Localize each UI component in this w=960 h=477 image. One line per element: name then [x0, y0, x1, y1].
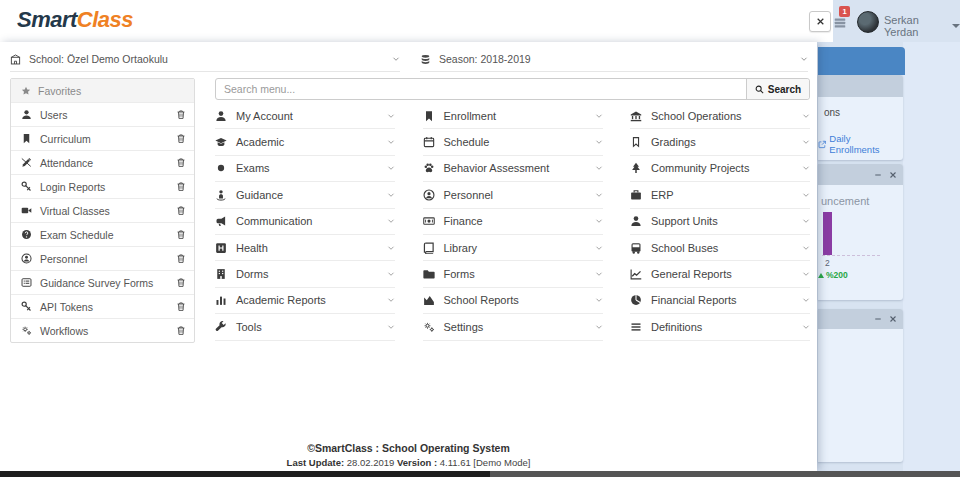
chevron-down-icon: [595, 112, 603, 120]
menu-search: Search: [215, 78, 810, 100]
trash-icon[interactable]: [176, 253, 186, 264]
notifications-icon[interactable]: [833, 16, 847, 30]
menu-item[interactable]: Support Units: [630, 209, 810, 235]
favorite-item[interactable]: API Tokens: [11, 294, 194, 318]
scrollbar-thumb[interactable]: [0, 471, 490, 477]
menu-item[interactable]: Community Projects: [630, 156, 810, 182]
menu-item[interactable]: Definitions: [630, 314, 810, 340]
trash-icon[interactable]: [176, 205, 186, 216]
menu-item-label: Forms: [444, 268, 595, 280]
chevron-down-icon: [800, 55, 808, 63]
favorite-item[interactable]: Login Reports: [11, 174, 194, 198]
menu-item[interactable]: My Account: [215, 103, 395, 129]
school-icon: [10, 54, 21, 65]
school-select[interactable]: School: Özel Demo Ortaokulu: [10, 47, 400, 72]
daily-enrollments-link[interactable]: Daily Enrollments: [818, 133, 898, 155]
chevron-down-icon: [595, 244, 603, 252]
favorite-item[interactable]: Guidance Survey Forms: [11, 270, 194, 294]
bookmark-icon: [423, 110, 435, 122]
menu-item[interactable]: Academic Reports: [215, 288, 395, 314]
notification-badge: 1: [839, 6, 850, 17]
menu-item-label: School Reports: [444, 294, 595, 306]
trash-icon[interactable]: [176, 301, 186, 312]
menu-item[interactable]: Forms: [423, 261, 603, 287]
favorite-item[interactable]: Workflows: [11, 318, 194, 342]
user-menu[interactable]: Serkan Yerdan: [884, 14, 960, 38]
pencil-slash-icon: [21, 157, 32, 168]
favorite-item[interactable]: Exam Schedule: [11, 222, 194, 246]
menu-item[interactable]: Tools: [215, 314, 395, 340]
top-right-chrome: 1 Serkan Yerdan: [833, 0, 960, 42]
favorite-item-label: Attendance: [40, 157, 176, 169]
menu-item[interactable]: Communication: [215, 209, 395, 235]
trash-icon[interactable]: [176, 181, 186, 192]
footer-version-line: Last Update: 28.02.2019 Version : 4.11.6…: [0, 457, 817, 468]
menu-item[interactable]: Academic: [215, 129, 395, 155]
trash-icon[interactable]: [176, 157, 186, 168]
favorite-item[interactable]: Curriculum: [11, 126, 194, 150]
menu-item[interactable]: Health: [215, 235, 395, 261]
minimize-icon[interactable]: [874, 171, 882, 179]
menu-item[interactable]: Personnel: [423, 182, 603, 208]
trash-icon[interactable]: [176, 229, 186, 240]
favorite-item-label: Virtual Classes: [40, 205, 176, 217]
close-menu-button[interactable]: [809, 11, 831, 32]
menu-item[interactable]: Gradings: [630, 129, 810, 155]
menu-item[interactable]: School Reports: [423, 288, 603, 314]
menu-item[interactable]: Guidance: [215, 182, 395, 208]
minimize-icon[interactable]: [874, 315, 882, 323]
menu-item[interactable]: ERP: [630, 182, 810, 208]
list-alt-icon: [21, 277, 32, 288]
menu-item-label: Support Units: [651, 215, 802, 227]
menu-item[interactable]: Exams: [215, 156, 395, 182]
chevron-down-icon: [595, 217, 603, 225]
menu-item[interactable]: Financial Reports: [630, 288, 810, 314]
favorites-title: Favorites: [38, 85, 81, 97]
menu-item[interactable]: Library: [423, 235, 603, 261]
favorite-item[interactable]: Virtual Classes: [11, 198, 194, 222]
close-icon[interactable]: [889, 171, 897, 179]
menu-item-label: School Operations: [651, 110, 802, 122]
trash-icon[interactable]: [176, 325, 186, 336]
user-icon: [630, 215, 642, 227]
trash-icon[interactable]: [176, 133, 186, 144]
menu-item-label: Finance: [444, 215, 595, 227]
user-name-label: Serkan Yerdan: [884, 14, 947, 38]
database-icon: [420, 54, 431, 65]
menu-item[interactable]: General Reports: [630, 261, 810, 287]
menu-item[interactable]: Dorms: [215, 261, 395, 287]
user-icon: [21, 109, 32, 120]
menu-item-label: Guidance: [236, 189, 387, 201]
main-menu-grid: My Account Enrollment School Operations …: [215, 103, 810, 341]
chevron-down-icon: [387, 270, 395, 278]
menu-item[interactable]: School Buses: [630, 235, 810, 261]
menu-item-label: My Account: [236, 110, 387, 122]
favorite-item[interactable]: Personnel: [11, 246, 194, 270]
chevron-down-icon: [387, 296, 395, 304]
season-select[interactable]: Season: 2018-2019: [420, 47, 808, 72]
close-icon[interactable]: [889, 315, 897, 323]
menu-item[interactable]: Behavior Assessment: [423, 156, 603, 182]
menu-item[interactable]: Settings: [423, 314, 603, 340]
search-button-label: Search: [768, 84, 801, 95]
trash-icon[interactable]: [176, 109, 186, 120]
mini-bar-chart: [823, 212, 832, 255]
favorite-item[interactable]: Users: [11, 102, 194, 126]
menu-item[interactable]: Finance: [423, 209, 603, 235]
chevron-down-icon: [387, 217, 395, 225]
menu-item[interactable]: Enrollment: [423, 103, 603, 129]
card-header: [818, 75, 903, 97]
menu-item-label: ERP: [651, 189, 802, 201]
chevron-down-icon: [802, 296, 810, 304]
circle-icon: [215, 162, 227, 174]
search-button[interactable]: Search: [746, 79, 809, 99]
search-icon: [755, 85, 764, 94]
menu-item[interactable]: Schedule: [423, 129, 603, 155]
horizontal-scrollbar[interactable]: [0, 471, 960, 477]
menu-item[interactable]: School Operations: [630, 103, 810, 129]
trash-icon[interactable]: [176, 277, 186, 288]
menu-search-input[interactable]: [216, 79, 746, 99]
favorite-item[interactable]: Attendance: [11, 150, 194, 174]
menu-item-label: Tools: [236, 321, 387, 333]
avatar[interactable]: [857, 11, 879, 33]
